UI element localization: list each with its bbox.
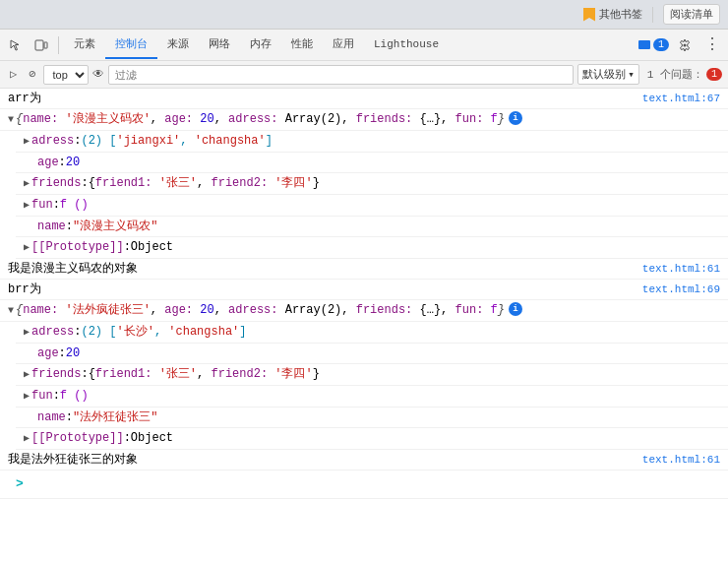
arr-friends-key: friends	[31, 175, 81, 191]
console-badge-count: 1	[653, 38, 669, 51]
brr-name-value: "法外狂徒张三"	[73, 409, 157, 425]
brr-fun-value: f ()	[60, 388, 89, 404]
brr-age-row: age : 20	[16, 344, 728, 364]
arr-prototype-row: ▶ [[Prototype]] : Object	[16, 237, 728, 259]
arr-name-key: name	[37, 219, 66, 234]
tab-performance[interactable]: 性能	[281, 31, 323, 59]
arr-adress-key: adress	[31, 133, 74, 149]
block-icon[interactable]: ⊘	[25, 65, 39, 84]
console-prompt[interactable]: >	[8, 472, 31, 496]
brr-label-text: brr为	[8, 282, 41, 297]
arr-prototype-key: [[Prototype]]	[31, 239, 124, 255]
tab-console[interactable]: 控制台	[105, 31, 157, 59]
brr-friends-toggle[interactable]: ▶	[24, 366, 30, 383]
arr-adress-row: ▶ adress : (2) ['jiangxi', 'changsha']	[16, 131, 728, 153]
brr-adress-row: ▶ adress : (2) ['长沙', 'changsha']	[16, 322, 728, 344]
brr-fun-row: ▶ fun : f ()	[16, 386, 728, 408]
svg-rect-2	[638, 40, 650, 49]
device-toggle-icon[interactable]	[30, 33, 53, 57]
brr-obj-content: {name: '法外疯徒张三', age: 20, adress: Array(…	[16, 302, 505, 318]
arr-friends-value: {friend1: '张三', friend2: '李四'}	[89, 175, 320, 191]
brr-obj-row: ▼ {name: '法外疯徒张三', age: 20, adress: Arra…	[0, 300, 728, 322]
brr-name-row: name : "法外狂徒张三"	[16, 408, 728, 428]
level-select[interactable]: 默认级别 ▾	[577, 64, 639, 85]
browser-tab-bar: 其他书签 阅读清单	[0, 0, 728, 30]
console-prompt-row: >	[0, 471, 728, 499]
arr-label-text: arr为	[8, 91, 41, 106]
arr-friends-toggle[interactable]: ▶	[24, 175, 30, 192]
brr-age-value: 20	[66, 345, 80, 361]
msg2-text: 我是法外狂徒张三的对象	[8, 452, 138, 468]
brr-adress-key: adress	[31, 324, 74, 340]
devtools-tabs: 元素 控制台 来源 网络 内存 性能 应用 Lighthouse	[64, 31, 636, 59]
arr-name-value: "浪漫主义码农"	[73, 219, 157, 234]
msg1-row: 我是浪漫主义码农的对象 text.html:61	[0, 259, 728, 280]
filter-input[interactable]	[108, 65, 574, 85]
console-content: arr为 text.html:67 ▼ {name: '浪漫主义码农', age…	[0, 89, 728, 565]
msg2-source[interactable]: text.html:61	[642, 452, 720, 468]
play-icon[interactable]: ▷	[6, 65, 21, 84]
arr-fun-toggle[interactable]: ▶	[24, 197, 30, 214]
brr-prototype-toggle[interactable]: ▶	[24, 430, 30, 447]
toolbar-divider-1	[58, 36, 59, 54]
arr-label-row: arr为 text.html:67	[0, 89, 728, 109]
arr-age-row: age : 20	[16, 153, 728, 173]
other-bookmarks-label: 其他书签	[599, 7, 642, 22]
arr-prototype-value: Object	[131, 239, 173, 255]
devtools-toolbar: 元素 控制台 来源 网络 内存 性能 应用 Lighthouse 1 ⋮	[0, 30, 728, 61]
brr-obj-info-icon[interactable]: i	[509, 302, 522, 316]
message-icon	[637, 38, 651, 52]
brr-fun-toggle[interactable]: ▶	[24, 388, 30, 405]
msg2-row: 我是法外狂徒张三的对象 text.html:61	[0, 450, 728, 471]
toolbar-right: 1 ⋮	[637, 33, 724, 57]
arr-adress-toggle[interactable]: ▶	[24, 133, 30, 150]
brr-adress-toggle[interactable]: ▶	[24, 324, 30, 341]
brr-friends-value: {friend1: '张三', friend2: '李四'}	[89, 366, 320, 382]
tab-memory[interactable]: 内存	[240, 31, 281, 59]
arr-adress-value: (2) ['jiangxi', 'changsha']	[81, 133, 272, 149]
brr-prototype-row: ▶ [[Prototype]] : Object	[16, 428, 728, 450]
tab-elements[interactable]: 元素	[64, 31, 105, 59]
brr-age-key: age	[37, 345, 59, 361]
arr-label-source[interactable]: text.html:67	[642, 91, 720, 106]
brr-friends-key: friends	[31, 366, 81, 382]
arr-obj-toggle[interactable]: ▼	[8, 111, 14, 128]
svg-rect-0	[35, 40, 43, 50]
settings-icon[interactable]	[673, 33, 697, 57]
arr-friends-row: ▶ friends : {friend1: '张三', friend2: '李四…	[16, 173, 728, 195]
arr-age-value: 20	[66, 155, 80, 170]
arr-fun-value: f ()	[60, 197, 89, 213]
brr-adress-value: (2) ['长沙', 'changsha']	[81, 324, 246, 340]
arr-obj-row: ▼ {name: '浪漫主义码农', age: 20, adress: Arra…	[0, 109, 728, 131]
arr-name-row: name : "浪漫主义码农"	[16, 217, 728, 237]
brr-prototype-key: [[Prototype]]	[31, 430, 124, 446]
brr-label-source[interactable]: text.html:69	[642, 282, 720, 297]
msg1-text: 我是浪漫主义码农的对象	[8, 261, 138, 277]
svg-point-3	[684, 43, 687, 46]
svg-rect-1	[44, 42, 47, 48]
read-clear-button[interactable]: 阅读清单	[663, 4, 720, 25]
arr-prototype-toggle[interactable]: ▶	[24, 239, 30, 256]
cursor-tool-icon[interactable]	[4, 33, 28, 57]
console-badge-group[interactable]: 1	[637, 38, 669, 52]
arr-fun-row: ▶ fun : f ()	[16, 195, 728, 217]
console-filter-bar: ▷ ⊘ top 👁 默认级别 ▾ 1 个问题： 1	[0, 61, 728, 89]
tab-application[interactable]: 应用	[323, 31, 364, 59]
brr-obj-toggle[interactable]: ▼	[8, 302, 14, 319]
context-select[interactable]: top	[43, 65, 89, 85]
tab-lighthouse[interactable]: Lighthouse	[364, 32, 449, 58]
brr-friends-row: ▶ friends : {friend1: '张三', friend2: '李四…	[16, 364, 728, 386]
brr-fun-key: fun	[31, 388, 53, 404]
msg1-source[interactable]: text.html:61	[642, 261, 720, 277]
issues-badge-group[interactable]: 1 个问题： 1	[647, 67, 722, 82]
brr-prototype-value: Object	[131, 430, 173, 446]
issues-count-badge: 1	[706, 68, 722, 81]
arr-obj-info-icon[interactable]: i	[509, 111, 522, 125]
more-options-icon[interactable]: ⋮	[700, 33, 724, 57]
divider	[652, 7, 653, 23]
arr-fun-key: fun	[31, 197, 53, 213]
tab-network[interactable]: 网络	[199, 31, 240, 59]
eye-icon[interactable]: 👁	[92, 67, 104, 82]
tab-sources[interactable]: 来源	[157, 31, 199, 59]
other-bookmarks[interactable]: 其他书签	[583, 7, 642, 22]
